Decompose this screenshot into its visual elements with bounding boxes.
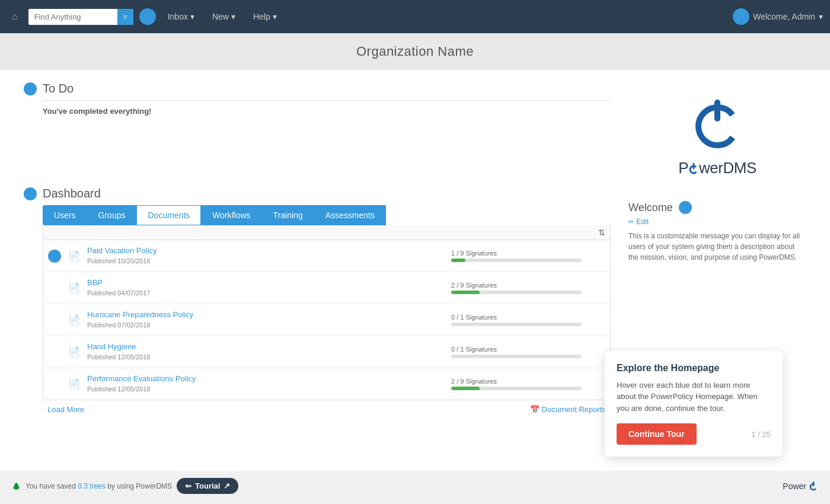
tour-title: Explore the Homepage [617, 363, 771, 374]
todo-section-header: To Do [24, 82, 611, 95]
sig-bar-fill [451, 259, 465, 262]
help-menu[interactable]: Help ▾ [247, 9, 283, 24]
document-icon: 📄 [68, 282, 80, 294]
tab-groups[interactable]: Groups [87, 205, 137, 225]
sig-label: 0 / 1 Signatures [451, 314, 497, 321]
org-name: Organization Name [356, 44, 474, 59]
welcome-message: This is a customizable message you can d… [628, 231, 806, 263]
sig-area: 2 / 9 Signatures [451, 282, 605, 294]
sort-icon[interactable]: ⇅ [598, 228, 605, 237]
continue-tour-button[interactable]: Continue Tour [617, 423, 697, 445]
doc-name-link[interactable]: Hand Hygiene [87, 342, 444, 351]
doc-footer: Load More 📅 Document Reports [43, 400, 611, 419]
home-button[interactable]: ⌂ [7, 9, 23, 24]
sig-bar-bg [451, 387, 582, 390]
search-indicator-dot [139, 8, 156, 25]
dashboard-section-header: Dashboard [24, 187, 611, 200]
document-icon: 📄 [68, 250, 80, 261]
sig-label: 2 / 9 Signatures [451, 378, 497, 385]
sig-area: 0 / 1 Signatures [451, 346, 605, 358]
doc-info: Performance Evaluations Policy Published… [87, 374, 444, 394]
welcome-indicator-dot [679, 201, 692, 214]
tab-documents[interactable]: Documents [136, 205, 201, 225]
table-row: 📄 Performance Evaluations Policy Publish… [43, 368, 610, 400]
footer-left: 🌲 You have saved 0.3 trees by using Powe… [12, 478, 238, 494]
dashboard-tabs: Users Groups Documents Workflows Trainin… [43, 205, 611, 225]
todo-title: To Do [43, 82, 611, 95]
navbar: ⌂ ▿ Inbox ▾ New ▾ Help ▾ Welcome, Admin … [0, 0, 830, 33]
powerdms-logo-text: P werDMS [678, 159, 756, 177]
tab-assessments[interactable]: Assessments [314, 205, 386, 225]
todo-divider [43, 100, 611, 101]
doc-name-link[interactable]: BBP [87, 278, 444, 287]
doc-info: Hand Hygiene Published 12/05/2018 [87, 342, 444, 362]
tab-training[interactable]: Training [262, 205, 314, 225]
dashboard-indicator-dot [24, 187, 37, 200]
document-icon: 📄 [68, 346, 80, 358]
footer: 🌲 You have saved 0.3 trees by using Powe… [0, 471, 830, 501]
new-menu[interactable]: New ▾ [206, 9, 241, 24]
powerdms-logo-icon [688, 94, 747, 153]
todo-indicator-dot [24, 82, 37, 95]
tree-icon: 🌲 [12, 482, 21, 490]
sig-bar-bg [451, 291, 582, 294]
row-indicator-dot [48, 250, 61, 263]
sig-bar-bg [451, 259, 582, 262]
tree-text: You have saved 0.3 trees by using PowerD… [25, 482, 172, 490]
tour-popup: Explore the Homepage Hover over each blu… [605, 351, 783, 457]
footer-power-icon [809, 481, 818, 491]
dashboard-section: Dashboard Users Groups Documents Workflo… [24, 187, 611, 419]
table-row: 📄 Hand Hygiene Published 12/05/2018 0 / … [43, 336, 610, 368]
user-avatar [733, 8, 749, 25]
sig-bar-fill [451, 387, 480, 390]
sig-area: 2 / 9 Signatures [451, 378, 605, 390]
filter-button[interactable]: ▿ [117, 9, 133, 25]
sig-label: 1 / 9 Signatures [451, 250, 497, 257]
new-chevron-icon: ▾ [231, 12, 235, 21]
user-menu[interactable]: Welcome, Admin ▾ [733, 8, 823, 25]
sig-bar-bg [451, 355, 582, 358]
org-header: Organization Name [0, 33, 830, 70]
doc-name-link[interactable]: Paid Vacation Policy [87, 246, 444, 255]
tab-workflows[interactable]: Workflows [201, 205, 261, 225]
doc-date: Published 04/07/2017 [87, 289, 150, 296]
tourial-share-icon: ↗ [224, 481, 230, 490]
doc-name-link[interactable]: Hurricane Preparedness Policy [87, 310, 444, 319]
calendar-icon: 📅 [530, 405, 540, 414]
document-icon: 📄 [68, 314, 80, 326]
doc-table-header: ⇅ [43, 225, 610, 240]
user-chevron-icon: ▾ [819, 12, 823, 21]
inbox-menu[interactable]: Inbox ▾ [162, 9, 200, 24]
document-icon: 📄 [68, 378, 80, 390]
table-row: 📄 Hurricane Preparedness Policy Publishe… [43, 304, 610, 336]
doc-info: BBP Published 04/07/2017 [87, 278, 444, 298]
table-row: 📄 BBP Published 04/07/2017 2 / 9 Signatu… [43, 272, 610, 304]
tab-users[interactable]: Users [43, 205, 87, 225]
load-more-link[interactable]: Load More [47, 405, 84, 414]
doc-info: Paid Vacation Policy Published 10/20/201… [87, 246, 444, 266]
dashboard-title: Dashboard [43, 187, 611, 200]
sig-bar-bg [451, 323, 582, 326]
doc-date: Published 07/02/2018 [87, 321, 150, 328]
todo-completed-msg: You've completed everything! [43, 107, 611, 116]
edit-link[interactable]: ✏ Edit [628, 218, 806, 226]
doc-info: Hurricane Preparedness Policy Published … [87, 310, 444, 330]
tree-amount-link[interactable]: 0.3 trees [78, 482, 106, 490]
left-panel: To Do You've completed everything! Dashb… [24, 82, 611, 459]
logo-area: P werDMS [678, 94, 756, 177]
table-row: 📄 Paid Vacation Policy Published 10/20/2… [43, 240, 610, 272]
search-input[interactable] [28, 9, 117, 25]
footer-right: Power [783, 481, 818, 491]
doc-reports-link[interactable]: 📅 Document Reports [530, 405, 606, 414]
doc-name-link[interactable]: Performance Evaluations Policy [87, 374, 444, 383]
tour-description: Hover over each blue dot to learn more a… [617, 379, 771, 414]
sig-label: 0 / 1 Signatures [451, 346, 497, 353]
tour-footer: Continue Tour 1 / 25 [617, 423, 771, 445]
inbox-chevron-icon: ▾ [190, 12, 194, 21]
sig-label: 2 / 9 Signatures [451, 282, 497, 289]
welcome-header: Welcome [628, 201, 806, 214]
doc-date: Published 12/05/2018 [87, 385, 150, 393]
welcome-title: Welcome [628, 202, 673, 214]
search-wrapper: ▿ [28, 9, 133, 25]
tourial-badge[interactable]: ⇐ Tourial ↗ [177, 478, 238, 494]
